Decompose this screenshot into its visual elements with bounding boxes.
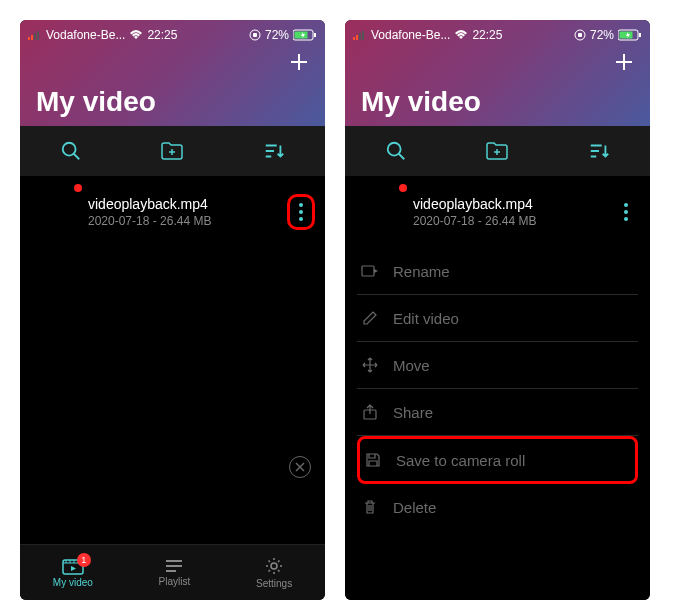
svg-rect-2 (34, 33, 36, 40)
svg-point-11 (271, 563, 277, 569)
menu-rename[interactable]: Rename (357, 248, 638, 295)
new-indicator-dot (74, 184, 82, 192)
battery-icon (618, 29, 642, 41)
content-area: videoplayback.mp4 2020-07-18 - 26.44 MB (20, 176, 325, 544)
svg-rect-5 (253, 33, 257, 37)
svg-rect-14 (359, 33, 361, 40)
status-bar: Vodafone-Be... 22:25 72% (345, 24, 650, 46)
save-icon (364, 451, 382, 469)
playlist-icon (164, 558, 184, 574)
share-icon (361, 403, 379, 421)
battery-label: 72% (590, 28, 614, 42)
tab-playlist[interactable]: Playlist (159, 558, 191, 587)
svg-rect-12 (353, 37, 355, 40)
file-meta-label: 2020-07-18 - 26.44 MB (88, 214, 277, 228)
rotation-lock-icon (574, 29, 586, 41)
rename-icon (361, 262, 379, 280)
file-name-label: videoplayback.mp4 (88, 196, 277, 212)
add-button[interactable] (287, 50, 311, 74)
svg-rect-8 (314, 33, 316, 37)
page-title: My video (361, 86, 634, 118)
time-label: 22:25 (147, 28, 177, 42)
battery-icon (293, 29, 317, 41)
status-bar: Vodafone-Be... 22:25 72% (20, 24, 325, 46)
more-options-button[interactable] (287, 194, 315, 230)
menu-label: Delete (393, 499, 436, 516)
more-options-button[interactable] (612, 194, 640, 230)
menu-delete[interactable]: Delete (357, 484, 638, 530)
tab-label: My video (53, 577, 93, 588)
gear-icon (264, 556, 284, 576)
context-menu: Rename Edit video Move Share (345, 248, 650, 530)
carrier-label: Vodafone-Be... (371, 28, 450, 42)
toolbar (20, 126, 325, 176)
svg-rect-13 (356, 35, 358, 40)
search-icon[interactable] (384, 139, 408, 163)
svg-rect-19 (620, 32, 633, 39)
svg-rect-22 (362, 266, 374, 276)
svg-rect-1 (31, 35, 33, 40)
tab-label: Playlist (159, 576, 191, 587)
battery-label: 72% (265, 28, 289, 42)
tab-label: Settings (256, 578, 292, 589)
menu-label: Share (393, 404, 433, 421)
toolbar (345, 126, 650, 176)
tab-my-video[interactable]: 1 My video (53, 557, 93, 588)
add-button[interactable] (612, 50, 636, 74)
move-icon (361, 356, 379, 374)
trash-icon (361, 498, 379, 516)
tab-bar: 1 My video Playlist Settings (20, 544, 325, 600)
wifi-icon (129, 30, 143, 40)
svg-point-21 (388, 143, 401, 156)
menu-label: Rename (393, 263, 450, 280)
close-button[interactable] (289, 456, 311, 478)
svg-point-9 (63, 143, 76, 156)
signal-icon (353, 30, 367, 40)
carrier-label: Vodafone-Be... (46, 28, 125, 42)
svg-rect-17 (578, 33, 582, 37)
file-row[interactable]: videoplayback.mp4 2020-07-18 - 26.44 MB (345, 176, 650, 248)
file-meta-label: 2020-07-18 - 26.44 MB (413, 214, 602, 228)
file-row[interactable]: videoplayback.mp4 2020-07-18 - 26.44 MB (20, 176, 325, 248)
time-label: 22:25 (472, 28, 502, 42)
file-name-label: videoplayback.mp4 (413, 196, 602, 212)
svg-rect-0 (28, 37, 30, 40)
svg-rect-20 (639, 33, 641, 37)
svg-rect-3 (37, 31, 39, 40)
rotation-lock-icon (249, 29, 261, 41)
menu-edit-video[interactable]: Edit video (357, 295, 638, 342)
svg-rect-7 (295, 32, 308, 39)
new-folder-icon[interactable] (160, 139, 184, 163)
search-icon[interactable] (59, 139, 83, 163)
pencil-icon (361, 309, 379, 327)
new-folder-icon[interactable] (485, 139, 509, 163)
sort-icon[interactable] (262, 139, 286, 163)
menu-label: Move (393, 357, 430, 374)
page-title: My video (36, 86, 309, 118)
sort-icon[interactable] (587, 139, 611, 163)
menu-label: Save to camera roll (396, 452, 525, 469)
menu-share[interactable]: Share (357, 389, 638, 436)
signal-icon (28, 30, 42, 40)
menu-move[interactable]: Move (357, 342, 638, 389)
tab-settings[interactable]: Settings (256, 556, 292, 589)
video-thumbnail (355, 188, 403, 236)
svg-rect-15 (362, 31, 364, 40)
menu-save-camera-roll[interactable]: Save to camera roll (357, 436, 638, 484)
video-thumbnail (30, 188, 78, 236)
content-area: videoplayback.mp4 2020-07-18 - 26.44 MB … (345, 176, 650, 600)
tab-badge: 1 (77, 553, 91, 567)
phone-screen-left: Vodafone-Be... 22:25 72% My video (20, 20, 325, 600)
phone-screen-right: Vodafone-Be... 22:25 72% My video (345, 20, 650, 600)
wifi-icon (454, 30, 468, 40)
menu-label: Edit video (393, 310, 459, 327)
new-indicator-dot (399, 184, 407, 192)
